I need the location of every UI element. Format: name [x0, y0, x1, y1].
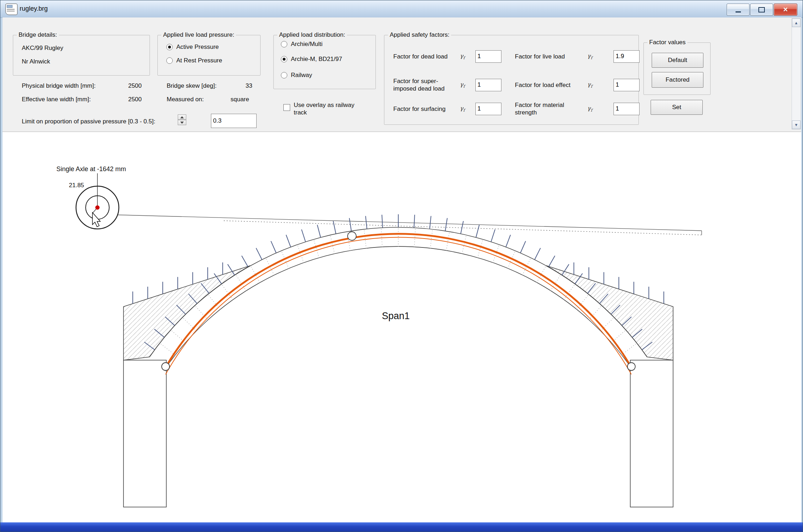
bridge-skew-label: Bridge skew [deg]: — [167, 82, 217, 89]
radio-icon — [166, 44, 173, 50]
close-icon: × — [783, 6, 788, 14]
scroll-down-button[interactable]: ▼ — [792, 121, 801, 129]
road-surface-line — [97, 214, 702, 231]
arch-intrados — [166, 246, 631, 368]
spinner-up-button[interactable] — [178, 114, 186, 120]
group-safety-factors: Applied safety factors: Factor for dead … — [384, 35, 639, 125]
group-live-load-pressure: Applied live load pressure: Active Press… — [157, 35, 261, 76]
measured-on-label: Measured on: — [167, 96, 204, 103]
passive-pressure-spinner — [178, 114, 186, 125]
radio-icon — [166, 57, 173, 64]
radio-label: Archie-M, BD21/97 — [291, 56, 342, 63]
minimize-icon — [736, 11, 741, 12]
safety-factor-row: Factor for dead load γf Factor for live … — [393, 48, 640, 65]
scroll-up-icon: ▲ — [794, 21, 798, 25]
factor-dead-load-input[interactable] — [475, 50, 501, 63]
archie-window: { "titlebar": { "title": "rugley.brg", "… — [0, 0, 803, 532]
span-label: Span1 — [382, 311, 410, 321]
scroll-up-button[interactable]: ▲ — [792, 19, 801, 27]
radio-icon — [281, 72, 287, 78]
factor-load-effect-input[interactable] — [613, 79, 640, 91]
bottom-bar — [0, 522, 803, 532]
factor-surfacing-input[interactable] — [475, 103, 501, 115]
factored-button[interactable]: Factored — [652, 72, 703, 88]
maximize-button[interactable] — [750, 4, 773, 16]
default-button[interactable]: Default — [652, 53, 703, 68]
window-title: rugley.brg — [20, 5, 48, 12]
axle-position-label: Single Axle at -1642 mm — [56, 165, 126, 173]
physical-width-label: Physical bridge width [mm]: — [22, 82, 96, 89]
gamma-factor-icon: γf — [458, 52, 466, 60]
effective-width-value: 2500 — [120, 96, 142, 103]
set-button[interactable]: Set — [651, 100, 703, 115]
crown-hinge — [348, 232, 356, 240]
passive-pressure-input[interactable] — [211, 114, 257, 128]
group-load-distribution: Applied load distribution: Archie/Multi … — [273, 35, 376, 89]
maximize-icon — [758, 7, 765, 12]
group-legend: Bridge details: — [17, 31, 59, 39]
factor-label: Factor for surfacing — [393, 105, 458, 113]
factor-superimposed-input[interactable] — [475, 79, 501, 91]
axle-load-value: 21.85 — [69, 182, 84, 189]
group-factor-values: Factor values Default Factored — [643, 42, 711, 95]
panel-scrollbar[interactable]: ▲ ▼ — [792, 18, 801, 129]
spinner-up-icon — [180, 116, 184, 118]
spinner-down-button[interactable] — [178, 120, 186, 125]
left-pier — [123, 360, 166, 507]
safety-factor-row: Factor for surfacing γf Factor for mater… — [393, 101, 640, 117]
group-legend: Applied safety factors: — [388, 31, 451, 39]
gamma-factor-icon: γf — [586, 81, 594, 89]
factor-label: Factor for dead load — [393, 53, 458, 60]
factor-label: Factor for super-imposed dead load — [393, 77, 458, 92]
safety-factor-row: Factor for super-imposed dead load γf Fa… — [393, 77, 640, 93]
axle-center-dot — [95, 205, 100, 210]
radio-archie-m-bd21[interactable]: Archie-M, BD21/97 — [281, 56, 342, 63]
group-legend: Applied live load pressure: — [161, 31, 236, 39]
gamma-factor-icon: γf — [458, 105, 466, 113]
overlay-railway-checkbox[interactable]: Use overlay as railway track — [283, 101, 363, 116]
titlebar: rugley.brg × — [0, 0, 803, 18]
radio-label: Railway — [291, 72, 312, 79]
radio-railway[interactable]: Railway — [281, 72, 312, 79]
gamma-factor-icon: γf — [586, 105, 594, 113]
checkbox-icon — [283, 104, 290, 111]
passive-pressure-label: Limit on proportion of passive pressure … — [22, 118, 155, 125]
app-icon — [5, 4, 17, 15]
minimize-button[interactable] — [727, 4, 749, 16]
radio-label: Active Pressure — [176, 44, 219, 51]
radio-at-rest-pressure[interactable]: At Rest Pressure — [166, 57, 222, 64]
checkbox-label: Use overlay as railway track — [294, 101, 363, 116]
radio-icon — [281, 41, 287, 47]
radio-archie-multi[interactable]: Archie/Multi — [281, 41, 323, 48]
group-legend: Applied load distribution: — [277, 31, 347, 39]
effective-width-label: Effective lane width [mm]: — [22, 96, 91, 103]
spinner-down-icon — [180, 122, 184, 124]
group-legend: Factor values — [647, 39, 687, 46]
bridge-name: AKC/99 Rugley — [22, 45, 63, 52]
radio-active-pressure[interactable]: Active Pressure — [166, 44, 219, 51]
radio-label: Archie/Multi — [291, 41, 323, 48]
arch-extrados — [150, 227, 647, 357]
radio-label: At Rest Pressure — [176, 57, 222, 64]
right-springing-hinge — [627, 363, 635, 370]
left-springing-hinge — [162, 363, 170, 370]
bridge-location: Nr Alnwick — [22, 58, 50, 65]
thrust-line — [166, 234, 631, 367]
measured-on-value: square — [231, 96, 249, 103]
gamma-factor-icon: γf — [458, 81, 466, 89]
close-button[interactable]: × — [774, 4, 797, 16]
gamma-factor-icon: γf — [586, 52, 594, 60]
radio-icon — [281, 56, 287, 62]
bridge-drawing-area[interactable]: Single Axle at -1642 mm 21.85 Span1 — [2, 132, 801, 523]
factor-label: Factor for material strength — [515, 101, 586, 116]
factor-label: Factor for load effect — [515, 81, 586, 89]
group-bridge-details: Bridge details: AKC/99 Rugley Nr Alnwick — [13, 35, 150, 76]
client-area: Bridge details: AKC/99 Rugley Nr Alnwick… — [2, 17, 801, 523]
right-pier — [630, 360, 673, 507]
bridge-skew-value: 33 — [234, 82, 252, 89]
factor-live-load-input[interactable] — [613, 50, 640, 63]
factor-label: Factor for live load — [515, 53, 586, 60]
physical-width-value: 2500 — [120, 82, 142, 89]
bridge-drawing: Single Axle at -1642 mm 21.85 Span1 — [2, 132, 801, 523]
factor-material-strength-input[interactable] — [613, 103, 640, 115]
